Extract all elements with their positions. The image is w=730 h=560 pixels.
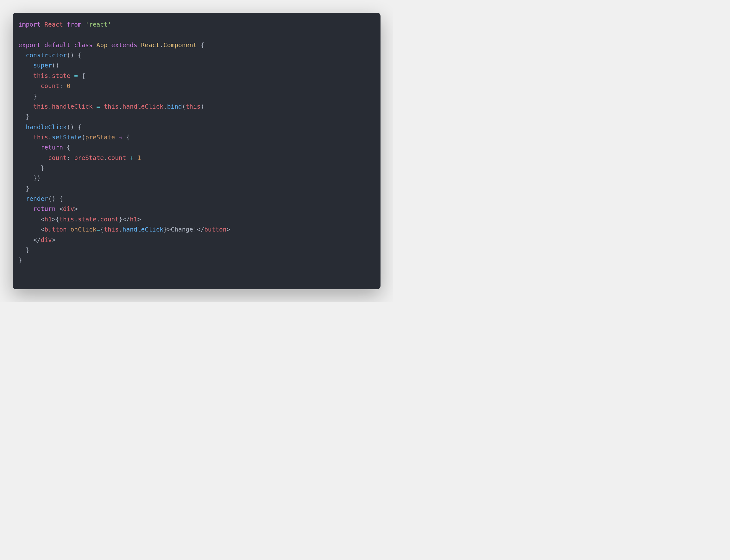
token-classname: React [141,41,160,49]
token-default [63,82,67,90]
token-default [67,226,71,233]
token-punct: . [48,72,52,80]
token-punct: . [48,103,52,110]
token-property: count [108,154,126,162]
token-default [63,144,67,151]
token-punct: > [167,226,171,233]
token-default [41,41,44,49]
token-punct: } [26,246,29,254]
token-default [18,154,48,162]
token-default [18,72,33,80]
token-default [108,41,111,49]
token-default [18,93,33,100]
token-punct: </ [33,236,41,244]
token-variable: this [104,103,119,110]
token-punct: () [52,62,59,69]
token-property: count [100,216,119,223]
token-punct: { [78,52,82,59]
token-punct: () [67,124,74,131]
token-default [134,154,137,162]
token-default [74,52,78,59]
token-keyword: return [41,144,63,151]
token-punct: . [104,154,108,162]
token-default [18,124,26,131]
token-default [137,41,141,49]
token-punct: : [67,154,71,162]
token-property: state [78,216,97,223]
token-punct: > [52,216,56,223]
token-function: super [33,62,52,69]
token-punct: } [119,216,123,223]
token-punct: < [41,226,44,233]
token-default: Change! [171,226,197,233]
token-default [18,134,33,141]
token-punct: ) [200,103,204,110]
token-punct: > [227,226,231,233]
token-default [70,154,74,162]
token-variable: preState [74,154,104,162]
token-tag: button [44,226,67,233]
token-function: setState [52,134,82,141]
token-punct: { [100,226,104,233]
token-punct: </ [123,216,130,223]
token-keyword: export [18,41,41,49]
token-keyword: return [33,205,55,213]
token-punct: { [55,216,59,223]
token-default [55,205,59,213]
token-classname: App [97,41,108,49]
token-default [18,103,33,110]
token-variable: React [44,21,63,28]
token-keyword: extends [111,41,137,49]
token-keyword: ⇒ [119,134,123,141]
token-property: state [52,72,71,80]
token-variable: this [59,216,74,223]
token-function: bind [167,103,182,110]
token-punct: . [48,134,52,141]
token-punct: { [200,41,204,49]
token-keyword: from [67,21,82,28]
token-default [70,41,74,49]
token-default [63,21,67,28]
token-variable: this [33,134,48,141]
token-property: handleClick [123,103,163,110]
token-punct: > [52,236,56,244]
token-tag: h1 [44,216,52,223]
token-keyword: default [44,41,70,49]
token-punct: < [41,216,44,223]
token-number: 0 [67,82,71,90]
token-default [55,195,59,202]
token-default [18,195,26,202]
code-window: import React from 'react' export default… [13,13,380,289]
token-variable: this [104,226,119,233]
token-punct: < [59,205,63,213]
token-punct: { [126,134,130,141]
token-default [82,21,86,28]
token-operator: = [97,226,100,233]
token-keyword: import [18,21,41,28]
token-default [74,124,78,131]
token-keyword: class [74,41,93,49]
token-punct: . [74,216,78,223]
token-default [18,113,26,120]
token-punct: </ [197,226,204,233]
token-punct: . [160,41,163,49]
token-default [93,41,97,49]
token-default [18,82,41,90]
token-punct: } [26,185,29,192]
token-punct: . [119,103,123,110]
token-default [100,103,104,110]
token-punct: { [78,124,82,131]
token-punct: { [82,72,86,80]
token-punct: } [18,257,22,264]
token-default [126,154,130,162]
token-default [18,226,41,233]
token-default [18,175,33,182]
token-default [70,72,74,80]
token-property: count [48,154,67,162]
token-punct: > [137,216,141,223]
token-punct: ( [182,103,186,110]
token-punct: } [41,164,44,172]
token-property: count [41,82,59,90]
token-default [18,52,26,59]
token-punct: . [119,226,123,233]
